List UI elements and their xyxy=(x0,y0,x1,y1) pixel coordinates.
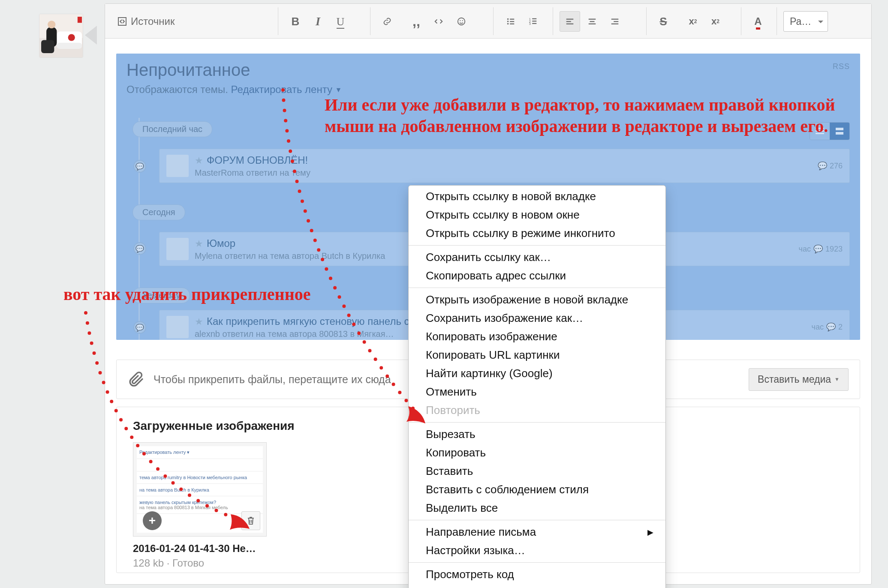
context-menu-item[interactable]: Вырезать xyxy=(409,425,665,444)
context-menu-item-label: Открыть изображение в новой вкладке xyxy=(426,293,628,306)
svg-rect-30 xyxy=(589,24,596,24)
italic-button[interactable]: I xyxy=(307,11,328,32)
context-menu-item-label: Копировать изображение xyxy=(426,330,557,343)
superscript-button[interactable]: x2 xyxy=(683,11,703,32)
toolbar-separator xyxy=(741,7,741,35)
editor-toolbar: Источник B I U ,, xyxy=(105,4,871,39)
source-button[interactable]: Источник xyxy=(114,11,178,32)
context-menu-item[interactable]: Открыть ссылку в режиме инкогнито xyxy=(409,224,665,243)
context-menu-item[interactable]: Найти картинку (Google) xyxy=(409,364,665,383)
insert-media-button[interactable]: Вставить медиа ▼ xyxy=(749,368,849,391)
annotation-delete-attachment: вот так удалить прикрепленное xyxy=(63,284,346,305)
svg-rect-32 xyxy=(614,21,618,22)
context-menu-item[interactable]: Копировать xyxy=(409,444,665,462)
context-menu-item[interactable]: Вставить с соблюдением стиля xyxy=(409,480,665,499)
context-menu-item[interactable]: Открыть изображение в новой вкладке xyxy=(409,291,665,309)
format-select-label: Ра… xyxy=(790,16,811,27)
context-menu-item[interactable]: Скопировать адрес ссылки xyxy=(409,267,665,285)
insert-media-label: Вставить медиа xyxy=(758,374,831,385)
strike-button[interactable]: S xyxy=(653,11,674,32)
context-menu-item-label: Просмотреть код xyxy=(426,568,514,581)
context-menu-item[interactable]: Выделить все xyxy=(409,499,665,517)
context-menu-item[interactable]: Направление письма▶ xyxy=(409,523,665,541)
context-menu-item-label: Копировать URL картинки xyxy=(426,348,560,362)
bold-button[interactable]: B xyxy=(285,12,306,32)
context-menu-item-label: Сохранить изображение как… xyxy=(426,312,583,325)
text-color-button[interactable]: A xyxy=(748,11,768,32)
context-menu-item[interactable]: Настройки языка… xyxy=(409,541,665,560)
underline-button[interactable]: U xyxy=(330,12,351,33)
emoji-button[interactable] xyxy=(451,11,472,32)
context-menu-item[interactable]: Вставить xyxy=(409,462,665,480)
quote-button[interactable]: ,, xyxy=(406,12,427,32)
context-menu-item[interactable]: Открыть ссылку в новом окне xyxy=(409,206,665,224)
context-menu-item-label: Открыть ссылку в новой вкладке xyxy=(426,190,596,203)
svg-rect-33 xyxy=(611,24,619,24)
svg-rect-31 xyxy=(611,19,619,20)
align-right-button[interactable] xyxy=(605,11,625,32)
svg-rect-27 xyxy=(566,24,574,24)
avatar-pointer-icon xyxy=(85,26,97,46)
context-menu: Открыть ссылку в новой вкладкеОткрыть сс… xyxy=(408,185,666,588)
svg-rect-18 xyxy=(510,24,514,24)
context-menu-item-label: Копировать xyxy=(426,446,486,459)
add-to-editor-button[interactable]: + xyxy=(143,511,162,530)
upload-thumb: Редактировать ленту ▾ тема автора rumitr… xyxy=(133,442,270,569)
chevron-down-icon: ▼ xyxy=(834,376,840,382)
toolbar-separator xyxy=(278,7,278,35)
user-avatar[interactable] xyxy=(39,14,83,58)
svg-text:3: 3 xyxy=(529,22,531,26)
subscript-button[interactable]: x2 xyxy=(705,11,725,32)
numbered-list-button[interactable]: 123 xyxy=(523,11,543,32)
svg-rect-25 xyxy=(566,19,574,20)
context-menu-item-label: Отменить xyxy=(426,385,477,399)
paperclip-icon xyxy=(128,371,145,388)
context-menu-item[interactable]: Открыть ссылку в новой вкладке xyxy=(409,187,665,206)
context-menu-item-label: Вставить с соблюдением стиля xyxy=(426,483,589,496)
context-menu-item[interactable]: Просмотреть код xyxy=(409,565,665,584)
context-menu-item-label: Найти картинку (Google) xyxy=(426,367,553,380)
context-menu-item[interactable]: Копировать URL картинки xyxy=(409,346,665,364)
align-left-button[interactable] xyxy=(560,11,580,32)
context-menu-item[interactable]: Копировать изображение xyxy=(409,327,665,346)
context-menu-item[interactable]: Отменить xyxy=(409,383,665,401)
context-menu-item-label: Выделить все xyxy=(426,501,498,515)
context-menu-item[interactable]: Сохранить изображение как… xyxy=(409,309,665,327)
svg-rect-4 xyxy=(57,43,82,49)
context-menu-item-label: Открыть ссылку в новом окне xyxy=(426,208,580,222)
context-menu-item-label: Настройки языка… xyxy=(426,544,525,557)
context-menu-item-label: Вырезать xyxy=(426,428,476,441)
svg-rect-26 xyxy=(566,21,571,22)
svg-rect-20 xyxy=(533,18,537,19)
context-menu-item-label: Повторить xyxy=(426,404,480,417)
context-menu-item[interactable]: Службы▶ xyxy=(409,584,665,588)
svg-point-17 xyxy=(507,23,509,25)
align-center-button[interactable] xyxy=(582,11,602,32)
svg-point-12 xyxy=(462,20,463,21)
context-menu-item: Повторить xyxy=(409,401,665,420)
bullet-list-button[interactable] xyxy=(500,11,521,32)
svg-point-5 xyxy=(68,34,75,41)
code-button[interactable] xyxy=(428,11,449,32)
link-button[interactable] xyxy=(377,11,397,32)
svg-point-10 xyxy=(458,18,465,25)
svg-rect-16 xyxy=(510,21,514,22)
context-menu-item-label: Скопировать адрес ссылки xyxy=(426,269,566,282)
svg-point-11 xyxy=(460,20,461,21)
context-menu-item-label: Сохранить ссылку как… xyxy=(426,251,551,264)
svg-rect-8 xyxy=(41,40,54,53)
format-select[interactable]: Ра… xyxy=(783,11,828,32)
context-menu-item-label: Вставить xyxy=(426,465,473,478)
context-menu-item[interactable]: Сохранить ссылку как… xyxy=(409,248,665,267)
source-button-label: Источник xyxy=(131,15,175,27)
toolbar-separator xyxy=(493,7,494,35)
arrowhead-icon xyxy=(227,509,253,537)
svg-rect-28 xyxy=(589,19,596,20)
svg-point-13 xyxy=(507,18,509,20)
arrowhead-icon xyxy=(404,402,430,429)
svg-rect-14 xyxy=(510,19,514,20)
toolbar-separator xyxy=(777,7,777,35)
annotation-editor-cut: Или если уже добавили в редактор, то наж… xyxy=(325,94,852,137)
context-menu-item-label: Направление письма xyxy=(426,525,536,539)
context-menu-item-label: Службы xyxy=(426,586,468,588)
